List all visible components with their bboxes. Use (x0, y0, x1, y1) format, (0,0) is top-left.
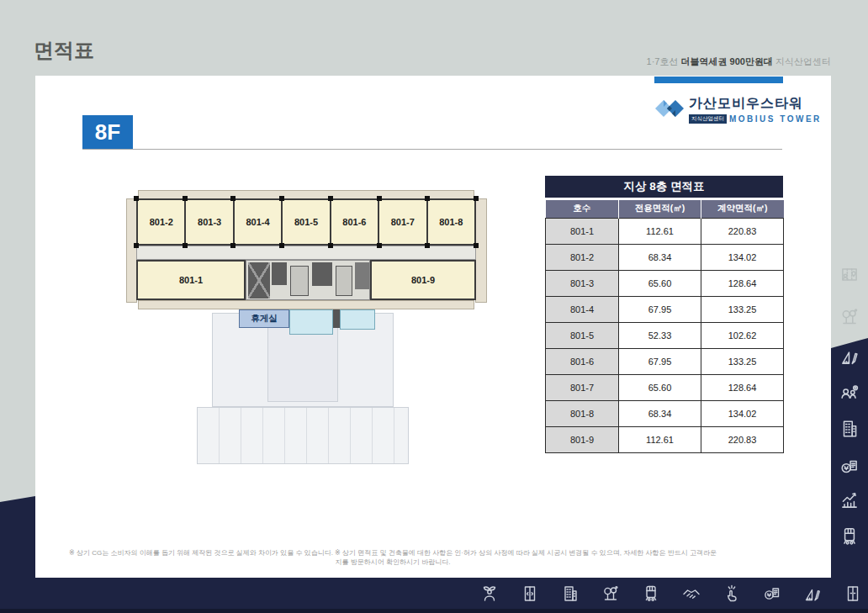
page-title: 면적표 (34, 37, 94, 64)
logo-accent-bar (654, 77, 783, 83)
cell-unit-number: 801-8 (546, 400, 619, 426)
lower-floor-podium (197, 407, 409, 464)
cell-contract-area: 134.02 (701, 244, 784, 270)
heading-rule (82, 149, 782, 150)
cell-unit-number: 801-6 (546, 348, 619, 374)
plan-unit-801-6: 801-6 (330, 198, 379, 246)
plan-unit-801-2: 801-2 (136, 198, 186, 246)
footer-ruler-pencil-icon[interactable] (802, 584, 823, 604)
sidebar-person-map-icon[interactable] (839, 264, 860, 286)
footer-bar (0, 578, 868, 613)
cell-unit-number: 801-1 (546, 218, 619, 244)
logo-english-name: MOBIUS TOWER (729, 114, 822, 124)
core-wall (333, 309, 340, 328)
lower-floor-core (267, 326, 338, 402)
footer-building-icon[interactable] (560, 584, 580, 604)
mobius-logo-icon (654, 97, 685, 120)
table-row: 801-365.60128.64 (546, 270, 784, 296)
sidebar-coin-document-icon[interactable] (839, 456, 860, 478)
floor-plan: 801-2801-3801-4801-5801-6801-7801-8 801-… (124, 185, 505, 481)
cell-contract-area: 133.25 (701, 348, 784, 374)
pillar (134, 243, 139, 248)
plan-unit-801-5: 801-5 (281, 198, 331, 246)
page-subtitle: 1·7호선 더블역세권 900만원대 지식산업센터 (647, 55, 831, 68)
sidebar-train-icon[interactable] (839, 526, 860, 547)
stair-block (248, 262, 270, 299)
sidebar-building-icon[interactable] (839, 418, 860, 440)
sidebar-ruler-pencil-icon[interactable] (839, 346, 860, 367)
table-row: 801-9112.61220.83 (546, 426, 784, 452)
pillar (377, 243, 382, 248)
cell-exclusive-area: 52.33 (619, 322, 701, 348)
area-table: 지상 8층 면적표 호수 전용면적(㎡) 계약면적(㎡) 801-1112.61… (545, 176, 783, 453)
footer-hand-click-icon[interactable] (722, 584, 742, 604)
pillar (425, 243, 430, 248)
footer-elevator-icon[interactable] (520, 584, 540, 604)
pillar (230, 243, 236, 248)
pillar (230, 196, 236, 201)
sidebar-menu (831, 0, 868, 613)
plan-top-unit-row: 801-2801-3801-4801-5801-6801-7801-8 (136, 198, 476, 246)
plan-core (246, 260, 370, 300)
cell-contract-area: 220.83 (701, 426, 784, 452)
cell-exclusive-area: 67.95 (619, 296, 701, 322)
footer-coin-document-icon[interactable] (762, 584, 782, 604)
pillar (183, 243, 188, 248)
sidebar-trees-icon[interactable] (839, 306, 860, 328)
table-row: 801-1112.61220.83 (546, 218, 784, 244)
cell-contract-area: 128.64 (701, 374, 784, 400)
column-header-contract: 계약면적(㎡) (701, 200, 784, 218)
footer-menu (479, 578, 863, 609)
cell-unit-number: 801-7 (546, 374, 619, 400)
table-row: 801-868.34134.02 (546, 400, 784, 426)
cell-contract-area: 133.25 (701, 296, 784, 322)
footer-trees-icon[interactable] (601, 584, 621, 604)
footer-person-sprout-icon[interactable] (479, 584, 500, 604)
elevator-shaft (290, 266, 309, 296)
sidebar-people-icon[interactable] (839, 383, 860, 404)
column-header-exclusive: 전용면적(㎡) (619, 200, 701, 218)
pillar (134, 196, 139, 201)
footer-train-icon[interactable] (641, 584, 661, 604)
footer-handshake-icon[interactable] (681, 584, 701, 604)
pillar (279, 243, 284, 248)
table-row: 801-552.33102.62 (546, 322, 784, 348)
table-header-row: 호수 전용면적(㎡) 계약면적(㎡) (546, 200, 784, 218)
table-row: 801-467.95133.25 (546, 296, 784, 322)
pillar (279, 196, 284, 201)
cell-contract-area: 102.62 (701, 322, 784, 348)
table-row: 801-268.34134.02 (546, 244, 784, 270)
logo-badge: 지식산업센터 (689, 114, 727, 124)
pillar (183, 196, 188, 201)
table-row: 801-765.60128.64 (546, 374, 784, 400)
disclaimer-text: ※ 상기 CG는 소비자의 이해를 돕기 위해 제작된 것으로 실제와 차이가 … (69, 548, 717, 567)
cell-unit-number: 801-3 (546, 270, 619, 296)
cell-exclusive-area: 67.95 (619, 348, 701, 374)
plan-unit-801-1: 801-1 (136, 260, 246, 300)
plan-unit-801-8: 801-8 (426, 198, 476, 246)
content-panel: 가산모비우스타워 지식산업센터 MOBIUS TOWER 8F 801-2801… (35, 76, 831, 578)
cell-exclusive-area: 112.61 (619, 426, 701, 452)
cell-exclusive-area: 112.61 (619, 218, 701, 244)
elevator-shaft (336, 266, 352, 296)
sidebar-chart-growth-icon[interactable] (839, 489, 860, 511)
cell-contract-area: 134.02 (701, 400, 784, 426)
stair-block (312, 262, 332, 286)
cell-exclusive-area: 68.34 (619, 400, 701, 426)
plan-unit-801-9: 801-9 (370, 260, 476, 300)
cell-exclusive-area: 68.34 (619, 244, 701, 270)
table-row: 801-667.95133.25 (546, 348, 784, 374)
cell-unit-number: 801-9 (546, 426, 619, 452)
washroom (340, 309, 375, 330)
pillar (328, 196, 333, 201)
cell-unit-number: 801-2 (546, 244, 619, 270)
cell-unit-number: 801-5 (546, 322, 619, 348)
plan-unit-801-3: 801-3 (184, 198, 234, 246)
shaft-block (355, 262, 369, 289)
plan-outer-band-right (475, 198, 487, 303)
plan-unit-801-4: 801-4 (233, 198, 283, 246)
pillar (377, 196, 382, 201)
pillar (474, 196, 479, 201)
floor-badge: 8F (82, 115, 133, 149)
pillar (474, 243, 479, 248)
